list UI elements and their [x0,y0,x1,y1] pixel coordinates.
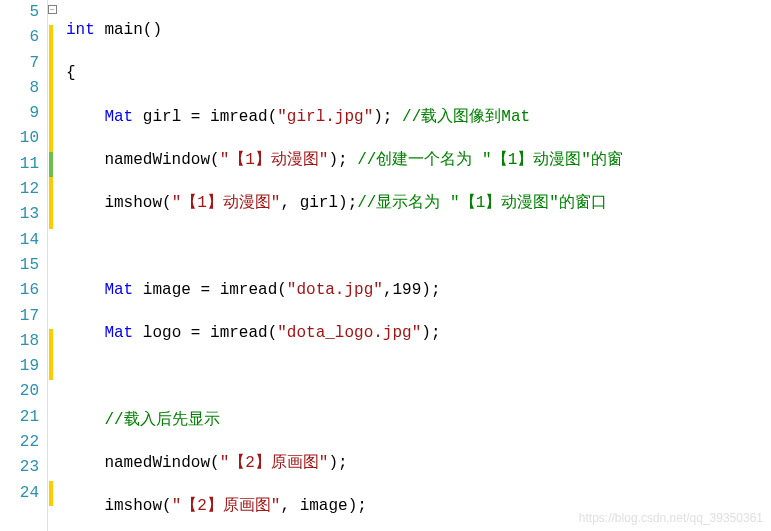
code-line [66,234,771,259]
code-line: namedWindow("【2】原画图"); [66,451,771,476]
code-line: imshow("【1】动漫图", girl);//显示名为 "【1】动漫图"的窗… [66,191,771,216]
code-line: Mat image = imread("dota.jpg",199); [66,278,771,303]
watermark-text: https://blog.csdn.net/qq_39350361 [579,511,763,525]
code-line: { [66,61,771,86]
line-number: 23 [0,455,39,480]
line-number: 14 [0,228,39,253]
line-number: 10 [0,126,39,151]
code-line [66,364,771,389]
line-number: 11 [0,152,39,177]
line-number: 7 [0,51,39,76]
line-number: 9 [0,101,39,126]
line-number: 21 [0,405,39,430]
code-line: namedWindow("【1】动漫图"); //创建一个名为 "【1】动漫图"… [66,148,771,173]
line-number-gutter: 5 6 7 8 9 10 11 12 13 14 15 16 17 18 19 … [0,0,48,531]
code-line: Mat girl = imread("girl.jpg"); //载入图像到Ma… [66,105,771,130]
line-number: 5 [0,0,39,25]
line-number: 19 [0,354,39,379]
line-number: 16 [0,278,39,303]
line-number: 6 [0,25,39,50]
code-line: //载入后先显示 [66,408,771,433]
line-number: 17 [0,304,39,329]
line-number: 15 [0,253,39,278]
line-number: 22 [0,430,39,455]
line-number: 13 [0,202,39,227]
line-number: 20 [0,379,39,404]
line-number: 8 [0,76,39,101]
line-number: 18 [0,329,39,354]
line-number: 12 [0,177,39,202]
code-line: int main() [66,18,771,43]
code-editor[interactable]: int main() { Mat girl = imread("girl.jpg… [48,0,771,531]
code-line: Mat logo = imread("dota_logo.jpg"); [66,321,771,346]
line-number: 24 [0,481,39,506]
